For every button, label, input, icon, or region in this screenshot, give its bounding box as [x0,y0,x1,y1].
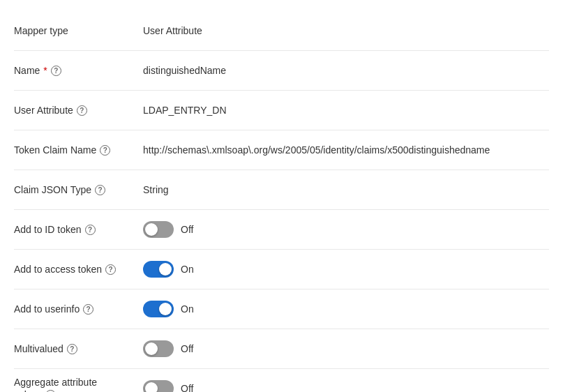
multivalued-help-icon[interactable]: ? [67,344,77,354]
multivalued-thumb [145,342,158,355]
add-to-access-token-row: Add to access token ? On [14,250,549,289]
claim-json-type-help-icon[interactable]: ? [95,185,105,195]
name-required-indicator: * [43,65,47,76]
name-input[interactable] [143,62,549,79]
add-to-access-token-thumb [159,263,172,276]
add-to-id-token-help-icon[interactable]: ? [85,225,96,235]
mapper-type-row: Mapper type [14,11,549,51]
claim-json-type-label: Claim JSON Type ? [14,184,143,195]
user-attribute-help-icon[interactable]: ? [77,105,87,116]
user-attribute-value [143,98,549,123]
add-to-id-token-toggle[interactable] [143,221,174,238]
mapper-type-value [143,18,549,43]
add-to-userinfo-row: Add to userinfo ? On [14,289,549,329]
mapper-type-label: Mapper type [14,25,143,36]
token-claim-name-help-icon[interactable]: ? [100,145,110,156]
multivalued-value: Off [143,336,549,361]
add-to-id-token-value: Off [143,217,549,242]
name-value [143,58,549,83]
add-to-id-token-toggle-label: Off [181,224,193,235]
aggregate-attribute-values-thumb [145,382,158,392]
add-to-id-token-thumb [145,223,158,236]
aggregate-attribute-values-toggle[interactable] [143,380,174,392]
name-row: Name * ? [14,51,549,91]
token-claim-name-input[interactable] [143,142,549,158]
add-to-userinfo-toggle[interactable] [143,301,174,317]
add-to-access-token-label: Add to access token ? [14,264,143,275]
add-to-access-token-value: On [143,257,549,282]
add-to-access-token-toggle[interactable] [143,261,174,278]
multivalued-toggle-label: Off [181,343,193,354]
add-to-userinfo-label: Add to userinfo ? [14,303,143,315]
multivalued-toggle[interactable] [143,340,174,357]
claim-json-type-row: Claim JSON Type ? [14,170,549,210]
user-attribute-row: User Attribute ? [14,91,549,130]
user-attribute-input[interactable] [143,102,549,119]
aggregate-attribute-values-help-icon[interactable]: ? [45,390,56,393]
add-to-id-token-row: Add to ID token ? Off [14,210,549,250]
aggregate-attribute-values-value: Off [143,376,549,392]
name-label: Name * ? [14,65,143,76]
token-claim-name-row: Token Claim Name ? [14,130,549,170]
add-to-access-token-toggle-label: On [181,264,194,275]
token-claim-name-value [143,137,549,163]
user-attribute-label: User Attribute ? [14,105,143,116]
multivalued-label: Multivalued ? [14,343,143,354]
aggregate-attribute-values-label: Aggregate attribute values ? [14,377,143,392]
add-to-userinfo-toggle-label: On [181,303,194,315]
multivalued-row: Multivalued ? Off [14,329,549,369]
aggregate-attribute-values-row: Aggregate attribute values ? Off [14,369,549,392]
aggregate-attribute-values-toggle-label: Off [181,383,193,392]
add-to-userinfo-help-icon[interactable]: ? [83,304,93,315]
add-to-access-token-help-icon[interactable]: ? [105,264,116,275]
add-to-userinfo-value: On [143,296,549,322]
name-help-icon[interactable]: ? [51,66,61,76]
claim-json-type-value [143,177,549,202]
claim-json-type-input[interactable] [143,181,549,198]
mapper-type-input[interactable] [143,22,549,39]
token-claim-name-label: Token Claim Name ? [14,144,143,156]
add-to-id-token-label: Add to ID token ? [14,224,143,235]
add-to-userinfo-thumb [159,303,172,315]
